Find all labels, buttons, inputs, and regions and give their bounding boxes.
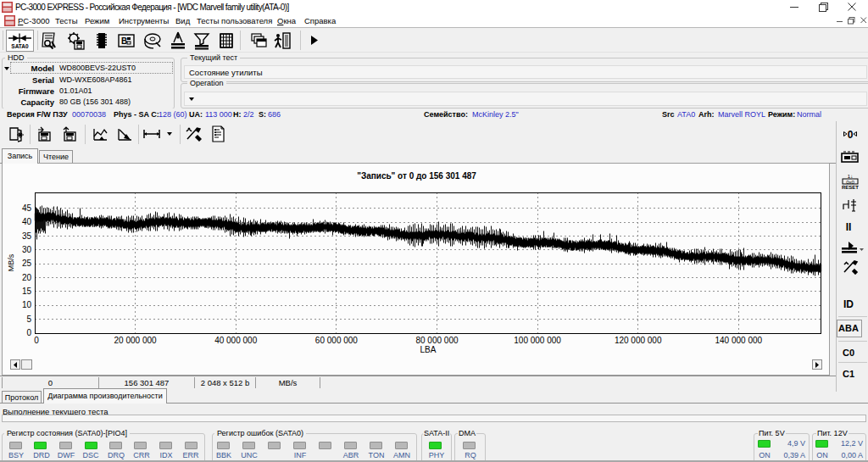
svg-text:120 000 000: 120 000 000 [615,336,662,345]
svg-text:30: 30 [22,245,32,254]
svg-text:0: 0 [26,328,31,337]
svg-text:5: 5 [26,314,31,324]
svg-text:1↓: 1↓ [848,174,853,179]
svg-text:35: 35 [22,231,32,241]
svg-text:140 000 000: 140 000 000 [715,336,762,345]
svg-text:20 000 000: 20 000 000 [114,336,157,345]
svg-text:25: 25 [22,259,32,268]
svg-text:40: 40 [22,217,32,226]
svg-text:40 000 000: 40 000 000 [214,336,257,345]
svg-text:B: B [121,36,127,46]
svg-text:60 000 000: 60 000 000 [315,336,358,345]
svg-text:RESET: RESET [842,185,859,190]
svg-text:100 000 000: 100 000 000 [514,336,561,345]
svg-text:0: 0 [34,336,39,345]
svg-text:15: 15 [22,287,32,296]
svg-text:20: 20 [22,273,32,282]
svg-text:10: 10 [22,300,32,309]
svg-text:0x0: 0x0 [846,180,854,185]
svg-text:LBA: LBA [420,345,437,354]
svg-text:MB/s: MB/s [7,253,15,271]
svg-text:0: 0 [848,129,854,141]
svg-text:45: 45 [22,203,32,213]
svg-text:80 000 000: 80 000 000 [415,336,458,345]
